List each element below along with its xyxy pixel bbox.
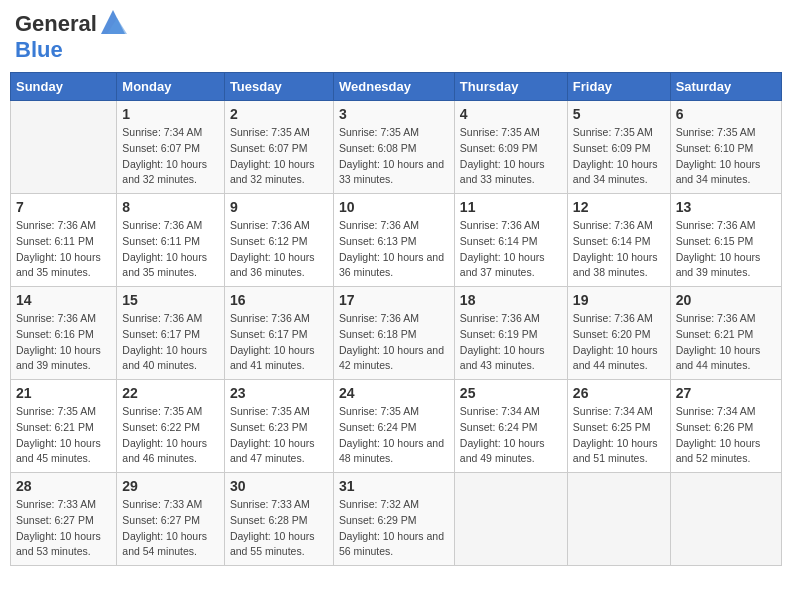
calendar-cell: 8 Sunrise: 7:36 AM Sunset: 6:11 PM Dayli… xyxy=(117,194,225,287)
calendar-cell: 28 Sunrise: 7:33 AM Sunset: 6:27 PM Dayl… xyxy=(11,473,117,566)
calendar-cell: 12 Sunrise: 7:36 AM Sunset: 6:14 PM Dayl… xyxy=(567,194,670,287)
sunrise-text: Sunrise: 7:36 AM xyxy=(676,312,756,324)
day-number: 19 xyxy=(573,292,665,308)
sunrise-text: Sunrise: 7:35 AM xyxy=(16,405,96,417)
day-info: Sunrise: 7:36 AM Sunset: 6:17 PM Dayligh… xyxy=(230,311,328,374)
calendar-cell: 13 Sunrise: 7:36 AM Sunset: 6:15 PM Dayl… xyxy=(670,194,781,287)
day-info: Sunrise: 7:36 AM Sunset: 6:21 PM Dayligh… xyxy=(676,311,776,374)
daylight-text: Daylight: 10 hours and 48 minutes. xyxy=(339,437,444,465)
sunrise-text: Sunrise: 7:33 AM xyxy=(16,498,96,510)
weekday-header-monday: Monday xyxy=(117,73,225,101)
week-row-3: 14 Sunrise: 7:36 AM Sunset: 6:16 PM Dayl… xyxy=(11,287,782,380)
calendar-cell xyxy=(454,473,567,566)
day-info: Sunrise: 7:36 AM Sunset: 6:14 PM Dayligh… xyxy=(573,218,665,281)
day-info: Sunrise: 7:35 AM Sunset: 6:23 PM Dayligh… xyxy=(230,404,328,467)
calendar-cell: 5 Sunrise: 7:35 AM Sunset: 6:09 PM Dayli… xyxy=(567,101,670,194)
daylight-text: Daylight: 10 hours and 38 minutes. xyxy=(573,251,658,279)
daylight-text: Daylight: 10 hours and 34 minutes. xyxy=(573,158,658,186)
calendar-cell: 19 Sunrise: 7:36 AM Sunset: 6:20 PM Dayl… xyxy=(567,287,670,380)
day-info: Sunrise: 7:35 AM Sunset: 6:07 PM Dayligh… xyxy=(230,125,328,188)
day-info: Sunrise: 7:35 AM Sunset: 6:21 PM Dayligh… xyxy=(16,404,111,467)
sunrise-text: Sunrise: 7:35 AM xyxy=(339,126,419,138)
weekday-header-sunday: Sunday xyxy=(11,73,117,101)
sunset-text: Sunset: 6:24 PM xyxy=(460,421,538,433)
sunset-text: Sunset: 6:23 PM xyxy=(230,421,308,433)
sunrise-text: Sunrise: 7:36 AM xyxy=(460,219,540,231)
daylight-text: Daylight: 10 hours and 49 minutes. xyxy=(460,437,545,465)
sunset-text: Sunset: 6:19 PM xyxy=(460,328,538,340)
day-number: 21 xyxy=(16,385,111,401)
calendar-cell: 18 Sunrise: 7:36 AM Sunset: 6:19 PM Dayl… xyxy=(454,287,567,380)
sunset-text: Sunset: 6:11 PM xyxy=(16,235,94,247)
day-info: Sunrise: 7:35 AM Sunset: 6:10 PM Dayligh… xyxy=(676,125,776,188)
sunrise-text: Sunrise: 7:36 AM xyxy=(460,312,540,324)
calendar-cell: 3 Sunrise: 7:35 AM Sunset: 6:08 PM Dayli… xyxy=(333,101,454,194)
logo-icon xyxy=(97,6,129,38)
day-number: 20 xyxy=(676,292,776,308)
sunset-text: Sunset: 6:17 PM xyxy=(122,328,200,340)
day-number: 3 xyxy=(339,106,449,122)
sunrise-text: Sunrise: 7:35 AM xyxy=(339,405,419,417)
day-info: Sunrise: 7:36 AM Sunset: 6:11 PM Dayligh… xyxy=(16,218,111,281)
calendar-cell xyxy=(670,473,781,566)
week-row-2: 7 Sunrise: 7:36 AM Sunset: 6:11 PM Dayli… xyxy=(11,194,782,287)
day-number: 2 xyxy=(230,106,328,122)
sunrise-text: Sunrise: 7:36 AM xyxy=(122,312,202,324)
day-info: Sunrise: 7:33 AM Sunset: 6:27 PM Dayligh… xyxy=(122,497,219,560)
week-row-5: 28 Sunrise: 7:33 AM Sunset: 6:27 PM Dayl… xyxy=(11,473,782,566)
day-number: 4 xyxy=(460,106,562,122)
weekday-header-tuesday: Tuesday xyxy=(224,73,333,101)
daylight-text: Daylight: 10 hours and 44 minutes. xyxy=(676,344,761,372)
sunset-text: Sunset: 6:20 PM xyxy=(573,328,651,340)
sunrise-text: Sunrise: 7:36 AM xyxy=(230,219,310,231)
calendar-cell: 10 Sunrise: 7:36 AM Sunset: 6:13 PM Dayl… xyxy=(333,194,454,287)
daylight-text: Daylight: 10 hours and 35 minutes. xyxy=(122,251,207,279)
day-number: 26 xyxy=(573,385,665,401)
calendar-cell: 30 Sunrise: 7:33 AM Sunset: 6:28 PM Dayl… xyxy=(224,473,333,566)
daylight-text: Daylight: 10 hours and 39 minutes. xyxy=(16,344,101,372)
sunset-text: Sunset: 6:29 PM xyxy=(339,514,417,526)
week-row-4: 21 Sunrise: 7:35 AM Sunset: 6:21 PM Dayl… xyxy=(11,380,782,473)
sunrise-text: Sunrise: 7:36 AM xyxy=(16,219,96,231)
sunrise-text: Sunrise: 7:34 AM xyxy=(122,126,202,138)
day-info: Sunrise: 7:34 AM Sunset: 6:26 PM Dayligh… xyxy=(676,404,776,467)
day-info: Sunrise: 7:36 AM Sunset: 6:18 PM Dayligh… xyxy=(339,311,449,374)
daylight-text: Daylight: 10 hours and 45 minutes. xyxy=(16,437,101,465)
daylight-text: Daylight: 10 hours and 47 minutes. xyxy=(230,437,315,465)
daylight-text: Daylight: 10 hours and 35 minutes. xyxy=(16,251,101,279)
daylight-text: Daylight: 10 hours and 53 minutes. xyxy=(16,530,101,558)
sunrise-text: Sunrise: 7:32 AM xyxy=(339,498,419,510)
sunset-text: Sunset: 6:07 PM xyxy=(122,142,200,154)
day-number: 5 xyxy=(573,106,665,122)
sunset-text: Sunset: 6:22 PM xyxy=(122,421,200,433)
day-info: Sunrise: 7:36 AM Sunset: 6:11 PM Dayligh… xyxy=(122,218,219,281)
daylight-text: Daylight: 10 hours and 36 minutes. xyxy=(230,251,315,279)
sunset-text: Sunset: 6:16 PM xyxy=(16,328,94,340)
daylight-text: Daylight: 10 hours and 42 minutes. xyxy=(339,344,444,372)
day-info: Sunrise: 7:35 AM Sunset: 6:09 PM Dayligh… xyxy=(460,125,562,188)
day-number: 9 xyxy=(230,199,328,215)
day-number: 7 xyxy=(16,199,111,215)
sunrise-text: Sunrise: 7:36 AM xyxy=(16,312,96,324)
week-row-1: 1 Sunrise: 7:34 AM Sunset: 6:07 PM Dayli… xyxy=(11,101,782,194)
day-number: 31 xyxy=(339,478,449,494)
daylight-text: Daylight: 10 hours and 52 minutes. xyxy=(676,437,761,465)
daylight-text: Daylight: 10 hours and 54 minutes. xyxy=(122,530,207,558)
calendar-cell: 2 Sunrise: 7:35 AM Sunset: 6:07 PM Dayli… xyxy=(224,101,333,194)
day-info: Sunrise: 7:35 AM Sunset: 6:22 PM Dayligh… xyxy=(122,404,219,467)
sunset-text: Sunset: 6:09 PM xyxy=(573,142,651,154)
day-number: 12 xyxy=(573,199,665,215)
calendar-cell: 4 Sunrise: 7:35 AM Sunset: 6:09 PM Dayli… xyxy=(454,101,567,194)
page-header: General Blue xyxy=(10,10,782,62)
calendar-cell: 17 Sunrise: 7:36 AM Sunset: 6:18 PM Dayl… xyxy=(333,287,454,380)
sunset-text: Sunset: 6:08 PM xyxy=(339,142,417,154)
sunset-text: Sunset: 6:21 PM xyxy=(676,328,754,340)
daylight-text: Daylight: 10 hours and 55 minutes. xyxy=(230,530,315,558)
daylight-text: Daylight: 10 hours and 51 minutes. xyxy=(573,437,658,465)
day-info: Sunrise: 7:35 AM Sunset: 6:24 PM Dayligh… xyxy=(339,404,449,467)
calendar-cell: 26 Sunrise: 7:34 AM Sunset: 6:25 PM Dayl… xyxy=(567,380,670,473)
day-number: 23 xyxy=(230,385,328,401)
daylight-text: Daylight: 10 hours and 46 minutes. xyxy=(122,437,207,465)
sunset-text: Sunset: 6:26 PM xyxy=(676,421,754,433)
weekday-header-thursday: Thursday xyxy=(454,73,567,101)
